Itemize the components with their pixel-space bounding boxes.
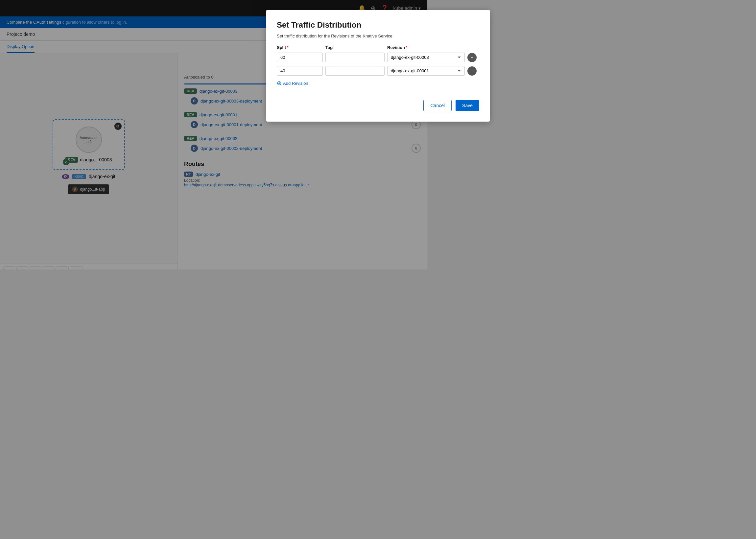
modal-column-headers: Split* Tag Revision*: [277, 45, 427, 50]
add-revision-button[interactable]: ⊕ Add Revision: [277, 80, 308, 87]
cancel-button[interactable]: Cancel: [423, 100, 427, 111]
set-traffic-modal: Set Traffic Distribution Set traffic dis…: [266, 10, 427, 121]
split-input-2[interactable]: [277, 66, 323, 76]
tag-input-1[interactable]: [326, 52, 385, 62]
revision-col-header: Revision*: [387, 45, 427, 50]
traffic-row-2: django-ex-git-00003 django-ex-git-00001 …: [277, 66, 427, 76]
modal-description: Set traffic distribution for the Revisio…: [277, 34, 427, 38]
modal-title: Set Traffic Distribution: [277, 20, 427, 30]
modal-footer: Cancel Save: [277, 100, 427, 111]
tag-input-2[interactable]: [326, 66, 385, 76]
split-col-header: Split*: [277, 45, 323, 50]
traffic-row-1: django-ex-git-00003 django-ex-git-00001 …: [277, 52, 427, 62]
modal-overlay: Set Traffic Distribution Set traffic dis…: [0, 0, 427, 270]
revision-select-1[interactable]: django-ex-git-00003 django-ex-git-00001 …: [387, 52, 427, 62]
tag-col-header: Tag: [326, 45, 385, 50]
revision-select-2[interactable]: django-ex-git-00003 django-ex-git-00001 …: [387, 66, 427, 76]
split-input-1[interactable]: [277, 52, 323, 62]
add-icon: ⊕: [277, 80, 282, 87]
